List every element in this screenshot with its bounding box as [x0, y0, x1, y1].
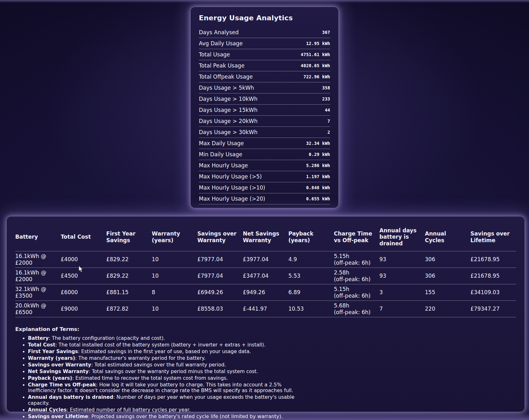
battery-comparison-table: BatteryTotal CostFirst Year SavingsWarra… — [15, 223, 516, 317]
table-cell: £3977.04 — [243, 251, 289, 268]
stat-value: 0.848 kWh — [306, 185, 330, 190]
table-cell: 3 — [379, 284, 425, 301]
stat-value: 12.95 kWh — [306, 41, 330, 46]
table-cell: £34109.03 — [470, 284, 516, 301]
term-description: : Estimated number of full battery cycle… — [67, 407, 191, 413]
explanation-item: Annual days battery is drained: Number o… — [28, 394, 296, 406]
column-header: Payback (years) — [288, 223, 334, 251]
explanation-item: Battery: The battery configuration (capa… — [28, 335, 296, 341]
table-cell: 5.68h (off-peak: 6h) — [334, 301, 380, 317]
explanation-item: Savings over Lifetime: Projected savings… — [28, 414, 296, 420]
table-cell: £7977.04 — [197, 268, 243, 284]
battery-comparison-panel: BatteryTotal CostFirst Year SavingsWarra… — [6, 216, 525, 412]
energy-analytics-panel: Energy Usage Analytics Days Analysed 367… — [190, 7, 339, 208]
column-header: Annual Cycles — [425, 223, 471, 251]
stat-row: Avg Daily Usage 12.95 kWh — [199, 38, 330, 49]
stat-row: Total Usage 4751.61 kWh — [199, 49, 330, 60]
stat-value: 7 — [328, 119, 330, 124]
term-name: Total Cost — [28, 342, 55, 348]
stat-label: Days Usage > 20kWh — [199, 118, 258, 124]
column-header: Savings over Warranty — [197, 223, 243, 251]
term-description: : The total installed cost of the batter… — [55, 342, 265, 348]
table-cell: £21678.95 — [470, 251, 516, 268]
column-header: Warranty (years) — [152, 223, 198, 251]
stat-row: Max Hourly Usage (>5) 1.197 kWh — [199, 171, 330, 182]
stat-label: Avg Daily Usage — [199, 40, 243, 47]
term-name: Savings over Warranty — [28, 362, 91, 368]
table-cell: 32.1kWh @ £3500 — [15, 284, 61, 301]
term-description: : Estimated savings in the first year of… — [78, 349, 251, 354]
term-name: Charge Time vs Off-peak — [28, 382, 96, 388]
stat-label: Max Hourly Usage (>10) — [199, 184, 265, 191]
term-description: : Projected savings over the battery's r… — [88, 414, 283, 419]
table-cell: 220 — [425, 301, 471, 317]
column-header: Savings over Lifetime — [470, 223, 516, 251]
table-cell: 8 — [152, 284, 198, 301]
stat-value: 0.29 kWh — [309, 152, 330, 157]
explanation-item: Savings over Warranty: Total estimated s… — [28, 362, 296, 368]
table-cell: 7 — [379, 301, 425, 317]
table-cell: 10.53 — [288, 301, 334, 317]
term-name: Annual Cycles — [28, 407, 67, 413]
table-cell: £6000 — [61, 284, 107, 301]
table-cell: 10 — [152, 301, 198, 317]
table-cell: 6.89 — [288, 284, 334, 301]
stat-value: 4751.61 kWh — [301, 52, 330, 57]
explanation-item: Net Savings Warranty: Total savings over… — [28, 369, 296, 375]
stat-value: 0.655 kWh — [306, 196, 330, 201]
comparison-table-body: 16.1kWh @ £2000£4000£829.2210£7977.04£39… — [15, 251, 516, 317]
explanation-item: Charge Time vs Off-peak: How log it will… — [28, 382, 296, 394]
term-description: : The battery configuration (capacity an… — [49, 335, 165, 341]
term-description: : The manufacturer's warranty period for… — [75, 355, 206, 361]
explanation-item: Annual Cycles: Estimated number of full … — [28, 407, 296, 413]
table-cell: 93 — [379, 268, 425, 284]
stat-label: Days Usage > 10kWh — [199, 96, 258, 102]
stat-row: Days Usage > 15kWh 44 — [199, 105, 330, 116]
stat-value: 367 — [322, 30, 330, 35]
table-cell: £949.26 — [243, 284, 289, 301]
stat-row: Days Usage > 5kWh 358 — [199, 82, 330, 94]
stat-row: Max Hourly Usage (>10) 0.848 kWh — [199, 182, 330, 193]
stat-row: Min Daily Usage 0.29 kWh — [199, 149, 330, 160]
table-cell: £-441.97 — [243, 301, 289, 317]
term-description: : Estimated time to recover the total sy… — [72, 375, 228, 381]
table-cell: 93 — [379, 251, 425, 268]
stat-label: Days Analysed — [199, 29, 239, 36]
table-cell: £829.22 — [106, 268, 152, 284]
table-cell: £3477.04 — [243, 268, 289, 284]
stat-label: Days Usage > 15kWh — [199, 107, 258, 113]
analytics-stats-list: Days Analysed 367 Avg Daily Usage 12.95 … — [199, 27, 330, 204]
table-cell: 5.53 — [288, 268, 334, 284]
column-header: First Year Savings — [106, 223, 152, 251]
term-name: Warranty (years) — [28, 355, 75, 361]
term-name: First Year Savings — [28, 349, 78, 354]
table-cell: £79347.27 — [470, 301, 516, 317]
stat-label: Min Daily Usage — [199, 151, 242, 158]
table-cell: 2.58h (off-peak: 6h) — [334, 268, 380, 284]
stat-row: Days Analysed 367 — [199, 27, 330, 38]
stat-row: Days Usage > 20kWh 7 — [199, 116, 330, 127]
table-cell: £4500 — [61, 268, 107, 284]
table-cell: 5.15h (off-peak: 6h) — [334, 251, 380, 268]
header-row: BatteryTotal CostFirst Year SavingsWarra… — [15, 223, 516, 251]
stat-label: Max Hourly Usage — [199, 162, 248, 169]
explanation-heading: Explanation of Terms: — [15, 326, 516, 332]
term-name: Savings over Lifetime — [28, 414, 88, 419]
table-cell: 155 — [425, 284, 471, 301]
column-header: Total Cost — [61, 223, 107, 251]
column-header: Battery — [15, 223, 61, 251]
explanation-item: Payback (years): Estimated time to recov… — [28, 375, 296, 381]
explanation-item: Warranty (years): The manufacturer's war… — [28, 355, 296, 361]
table-cell: 306 — [425, 251, 471, 268]
term-name: Net Savings Warranty — [28, 369, 88, 374]
table-cell: £4000 — [61, 251, 107, 268]
stat-row: Max Daily Usage 32.34 kWh — [199, 138, 330, 149]
table-cell: £829.22 — [106, 251, 152, 268]
stat-row: Total Offpeak Usage 722.96 kWh — [199, 71, 330, 82]
comparison-table-header: BatteryTotal CostFirst Year SavingsWarra… — [15, 223, 516, 251]
table-row: 20.0kWh @ £6500£9000£872.8210£8558.03£-4… — [15, 301, 516, 317]
term-description: : Total estimated savings over the full … — [91, 362, 226, 368]
table-cell: 10 — [152, 268, 198, 284]
stat-row: Days Usage > 10kWh 233 — [199, 94, 330, 105]
table-cell: £7977.04 — [197, 251, 243, 268]
